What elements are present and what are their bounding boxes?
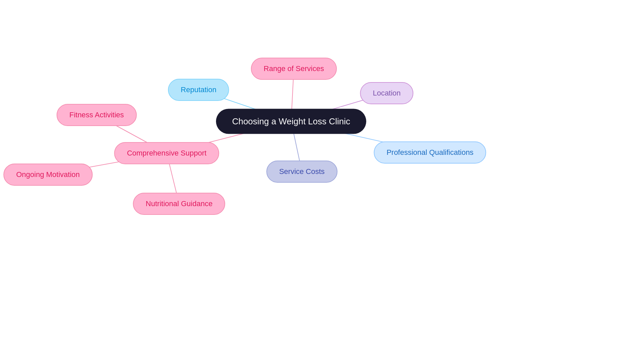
location-node[interactable]: Location <box>360 82 413 104</box>
mindmap-container: Choosing a Weight Loss Clinic Range of S… <box>0 0 644 363</box>
nutritional-guidance-node[interactable]: Nutritional Guidance <box>133 193 225 215</box>
reputation-node[interactable]: Reputation <box>168 79 229 101</box>
ongoing-motivation-node[interactable]: Ongoing Motivation <box>3 164 93 186</box>
range-of-services-node[interactable]: Range of Services <box>251 58 337 80</box>
fitness-activities-node[interactable]: Fitness Activities <box>57 104 137 126</box>
professional-qualifications-node[interactable]: Professional Qualifications <box>374 141 486 164</box>
center-node[interactable]: Choosing a Weight Loss Clinic <box>216 109 366 134</box>
service-costs-node[interactable]: Service Costs <box>266 161 337 183</box>
comprehensive-support-node[interactable]: Comprehensive Support <box>114 142 219 164</box>
